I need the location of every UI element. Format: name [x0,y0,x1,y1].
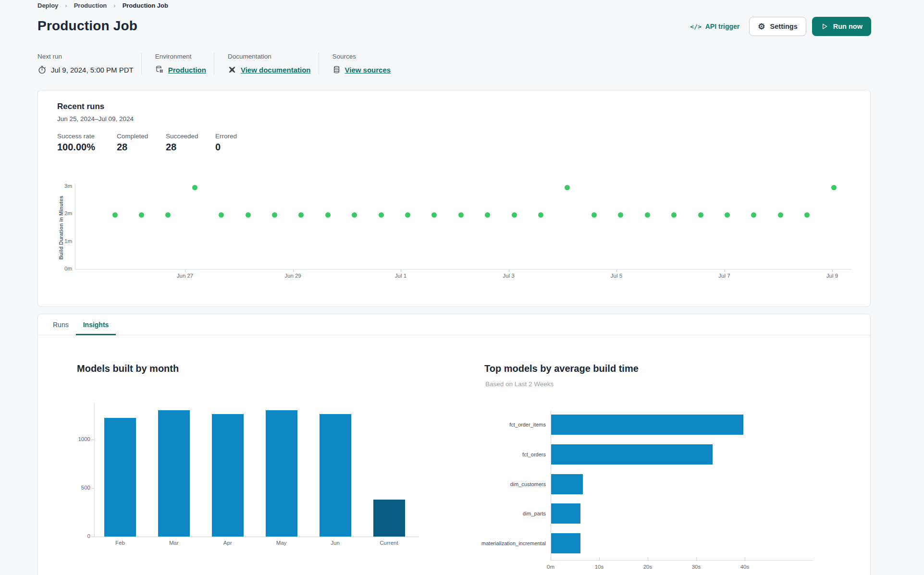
stat-success-rate: Success rate 100.00% [57,133,117,153]
run-duration-dot[interactable] [831,185,837,190]
environment-icon [155,65,164,74]
stat-label: Succeeded [166,133,215,140]
recent-runs-title: Recent runs [57,102,104,111]
top-models-x-tick-label: 30s [677,564,715,570]
run-duration-dot[interactable] [405,212,410,218]
month-y-tick-mark [91,440,94,440]
environment-label: Environment [155,53,206,60]
chevron-right-icon: › [65,2,67,9]
run-duration-dot[interactable] [379,212,384,218]
environment-section: Environment Production [155,53,206,74]
top-models-bar-label: fct_orders [421,452,546,457]
run-duration-dot[interactable] [751,212,756,218]
divider [214,53,214,74]
breadcrumb-production-job: Production Job [123,2,168,9]
month-x-tick-label: May [260,540,303,546]
month-y-axis-line [94,403,95,537]
recent-runs-stats: Success rate 100.00% Completed 28 Succee… [57,133,275,153]
month-bar [373,500,405,537]
tab-runs[interactable]: Runs [46,314,76,335]
production-job-page: Deploy › Production › Production Job Pro… [0,0,924,575]
month-x-tick-label: Current [368,540,411,546]
documentation-section: Documentation View documentation [228,53,311,74]
sources-section: Sources View sources [333,53,391,74]
top-models-x-axis-line [551,560,813,561]
run-now-label: Run now [833,23,862,30]
run-duration-dot[interactable] [698,212,703,218]
run-duration-dot[interactable] [538,212,543,218]
run-duration-dot[interactable] [645,212,650,218]
run-duration-dot[interactable] [485,212,490,218]
run-duration-dot[interactable] [272,212,277,218]
top-models-x-tick-mark [551,557,551,561]
scatter-x-tick-mark [832,269,833,272]
run-duration-dot[interactable] [431,212,437,218]
month-y-tick-mark [91,537,94,537]
scatter-x-tick-mark [185,269,185,272]
scatter-y-tick-label: 2m [53,210,72,216]
run-duration-dot[interactable] [618,212,623,218]
page-title: Production Job [37,18,137,34]
divider [141,53,142,74]
stat-succeeded: Succeeded 28 [166,133,215,153]
recent-runs-card: Recent runs Jun 25, 2024–Jul 09, 2024 Su… [37,90,871,307]
run-duration-dot[interactable] [139,212,144,218]
chevron-right-icon: › [113,2,115,9]
run-duration-dot[interactable] [165,212,171,218]
run-duration-dot[interactable] [298,212,304,218]
scatter-x-tick-label: Jul 7 [705,273,744,279]
scatter-x-tick-label: Jun 29 [274,273,312,279]
top-models-bar-label: dim_customers [421,481,546,487]
run-duration-dot[interactable] [804,212,810,218]
breadcrumb-production[interactable]: Production [74,2,107,9]
run-duration-dot[interactable] [219,212,224,218]
month-bar [266,410,297,537]
tab-bar: Runs Insights [38,314,870,335]
scatter-x-axis-line [75,269,851,269]
top-models-bar-label: materialization_incremental [421,540,546,546]
stat-completed: Completed 28 [117,133,166,153]
stat-value: 100.00% [57,142,117,153]
top-models-x-tick-label: 0m [531,564,570,570]
month-bar [104,418,136,537]
stat-value: 28 [117,142,166,153]
scatter-y-tick-label: 1m [53,238,72,244]
breadcrumb-deploy[interactable]: Deploy [37,2,58,9]
database-icon [333,65,341,74]
divider [319,53,319,74]
environment-link[interactable]: Production [168,66,206,74]
top-models-chart-title: Top models by average build time [484,363,639,374]
run-duration-dot[interactable] [352,212,357,218]
run-duration-dot[interactable] [725,212,730,218]
run-duration-dot[interactable] [778,212,783,218]
run-now-button[interactable]: Run now [812,17,871,36]
run-duration-dot[interactable] [671,212,677,218]
recent-runs-date-range: Jun 25, 2024–Jul 09, 2024 [57,115,134,122]
scatter-x-tick-label: Jul 5 [597,273,636,279]
scatter-x-tick-label: Jul 9 [813,273,851,279]
month-bar [212,414,244,537]
month-x-tick-label: Feb [99,540,142,546]
stat-label: Errored [215,133,275,140]
tab-insights[interactable]: Insights [76,314,116,335]
clock-icon [37,65,47,74]
scatter-y-tick-label: 3m [53,183,72,189]
settings-button[interactable]: ⚙ Settings [749,17,806,36]
month-x-tick-label: Apr [206,540,249,546]
top-models-bar [551,533,580,553]
run-duration-dot[interactable] [512,212,517,218]
month-y-tick-label: 1000 [70,436,90,442]
play-icon [821,23,828,30]
view-documentation-link[interactable]: View documentation [241,66,311,74]
run-duration-dot[interactable] [112,212,118,218]
view-sources-link[interactable]: View sources [345,66,391,74]
api-trigger-link[interactable]: </> API trigger [690,23,739,30]
top-models-x-tick-mark [599,557,600,561]
top-models-x-tick-mark [696,557,697,561]
run-duration-dot[interactable] [246,212,251,218]
stat-label: Completed [117,133,166,140]
run-duration-dot[interactable] [591,212,597,218]
run-duration-dot[interactable] [325,212,331,218]
top-models-bar-label: dim_parts [421,511,546,516]
run-duration-dot[interactable] [458,212,464,218]
